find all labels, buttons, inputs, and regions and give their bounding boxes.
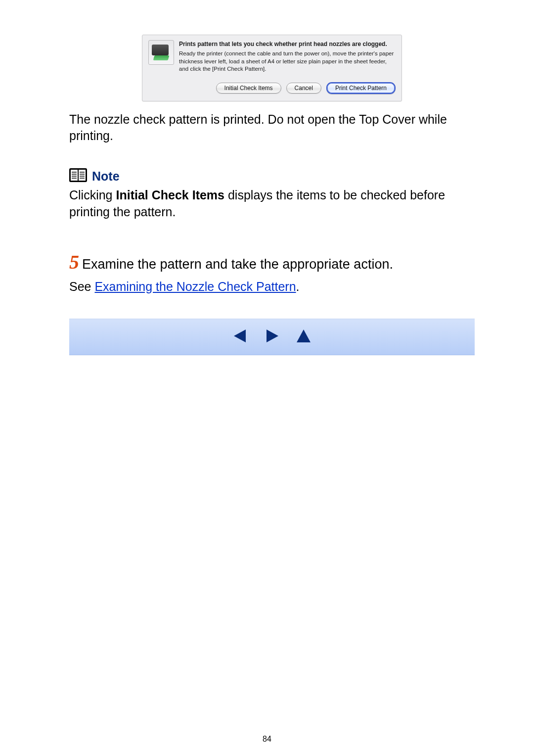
svg-marker-13 <box>297 330 311 342</box>
step-number: 5 <box>69 251 79 273</box>
step-5-block: 5 Examine the pattern and take the appro… <box>69 250 475 274</box>
printer-photo-icon <box>148 40 174 65</box>
initial-check-items-button[interactable]: Initial Check Items <box>216 83 281 94</box>
nav-next-icon[interactable] <box>264 328 280 346</box>
document-page: Prints pattern that lets you check wheth… <box>0 0 534 756</box>
see-suffix: . <box>296 280 300 293</box>
note-text-prefix: Clicking <box>69 188 116 202</box>
nav-bar <box>69 319 475 355</box>
note-header: Note <box>69 168 475 184</box>
dialog-body-text: Ready the printer (connect the cable and… <box>179 50 396 73</box>
body-paragraph: The nozzle check pattern is printed. Do … <box>69 111 475 145</box>
cancel-button[interactable]: Cancel <box>286 83 321 94</box>
see-prefix: See <box>69 280 94 293</box>
svg-rect-1 <box>71 170 78 181</box>
svg-marker-12 <box>267 330 278 342</box>
page-number: 84 <box>0 735 534 744</box>
nav-previous-icon[interactable] <box>232 328 249 346</box>
note-block: Note Clicking Initial Check Items displa… <box>69 168 475 221</box>
svg-rect-2 <box>79 170 86 181</box>
dialog-top-row: Prints pattern that lets you check wheth… <box>148 40 396 73</box>
see-line: See Examining the Nozzle Check Pattern. <box>69 280 475 294</box>
nozzle-check-dialog: Prints pattern that lets you check wheth… <box>142 35 402 101</box>
nav-top-icon[interactable] <box>295 328 312 346</box>
dialog-text-block: Prints pattern that lets you check wheth… <box>179 40 396 73</box>
examining-nozzle-link[interactable]: Examining the Nozzle Check Pattern <box>94 280 296 293</box>
note-text-bold: Initial Check Items <box>116 188 224 202</box>
dialog-button-row: Initial Check Items Cancel Print Check P… <box>148 82 396 94</box>
svg-marker-11 <box>234 330 246 342</box>
note-label: Note <box>92 169 120 184</box>
note-book-icon <box>69 168 87 184</box>
note-body: Clicking Initial Check Items displays th… <box>69 187 475 221</box>
print-check-pattern-button[interactable]: Print Check Pattern <box>326 82 396 94</box>
step-text: Examine the pattern and take the appropr… <box>82 257 393 272</box>
dialog-title: Prints pattern that lets you check wheth… <box>179 40 396 48</box>
